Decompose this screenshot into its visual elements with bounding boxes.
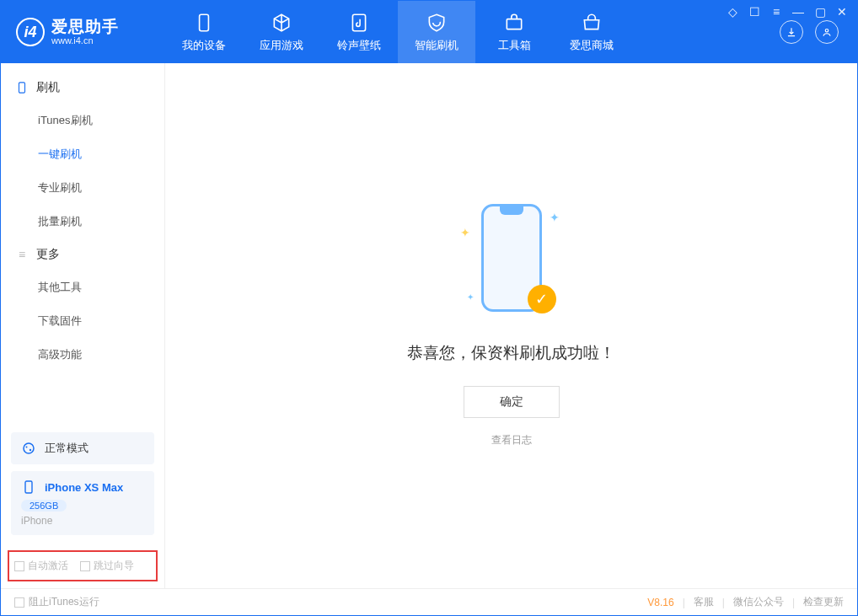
main-panel: ✓ ✦ ✦ ✦ 恭喜您，保资料刷机成功啦！ 确定 查看日志 [165,63,857,588]
sparkle-icon: ✦ [467,292,474,302]
tab-label: 应用游戏 [260,38,303,53]
svg-rect-0 [200,14,209,31]
tab-store[interactable]: 爱思商城 [553,1,630,63]
mode-card[interactable]: 正常模式 [11,432,154,464]
shirt-icon[interactable]: ◇ [726,5,739,19]
ok-button[interactable]: 确定 [464,386,560,418]
view-log-link[interactable]: 查看日志 [491,433,532,447]
sidebar-item-other-tools[interactable]: 其他工具 [1,271,164,304]
svg-point-6 [26,447,28,448]
options-row: 自动激活 跳过向导 [8,550,158,581]
wechat-link[interactable]: 微信公众号 [733,595,784,609]
sidebar-group-more: ≡ 更多 [1,238,164,271]
success-message: 恭喜您，保资料刷机成功啦！ [407,342,615,364]
group-title: 更多 [36,247,60,262]
block-itunes-checkbox[interactable]: 阻止iTunes运行 [14,595,99,609]
user-account-icon[interactable] [815,20,839,44]
refresh-shield-icon [426,12,448,34]
checkbox-icon [80,561,90,571]
app-window: ◇ ☐ ≡ ― ▢ ✕ i4 爱思助手 www.i4.cn 我的设备 应用游戏 [0,0,858,616]
window-controls: ◇ ☐ ≡ ― ▢ ✕ [726,1,857,23]
version-label: V8.16 [647,597,673,608]
store-icon [581,12,603,34]
mode-label: 正常模式 [45,441,88,456]
device-phone-icon [21,479,36,495]
svg-point-7 [29,449,31,451]
sidebar-item-download-firmware[interactable]: 下载固件 [1,304,164,338]
support-link[interactable]: 客服 [694,595,714,609]
device-name: iPhone XS Max [45,481,123,494]
device-card[interactable]: iPhone XS Max 256GB iPhone [11,471,154,535]
app-logo-icon: i4 [16,18,45,46]
sidebar-item-itunes-flash[interactable]: iTunes刷机 [1,104,164,137]
sidebar-item-pro-flash[interactable]: 专业刷机 [1,171,164,205]
checkbox-icon [14,597,24,608]
svg-point-5 [24,443,34,453]
feedback-icon[interactable]: ☐ [748,5,761,19]
device-storage: 256GB [21,500,67,512]
skip-guide-checkbox[interactable]: 跳过向导 [80,559,134,573]
device-type: iPhone [21,515,52,527]
tab-toolbox[interactable]: 工具箱 [475,1,553,63]
svg-rect-8 [25,481,32,493]
sidebar-item-batch-flash[interactable]: 批量刷机 [1,205,164,238]
device-cards: 正常模式 iPhone XS Max 256GB iPhone [1,432,164,550]
svg-rect-4 [19,83,25,93]
sidebar: 刷机 iTunes刷机 一键刷机 专业刷机 批量刷机 ≡ 更多 其他工具 下载固… [1,63,165,588]
music-file-icon [348,12,370,34]
tab-smart-flash[interactable]: 智能刷机 [398,1,475,63]
option-label: 自动激活 [28,559,68,573]
cube-icon [271,12,292,34]
check-badge-icon: ✓ [528,285,556,313]
toolbox-icon [503,12,525,34]
check-update-link[interactable]: 检查更新 [803,595,844,609]
phone-icon [16,82,28,94]
close-button[interactable]: ✕ [835,5,849,19]
sparkle-icon: ✦ [460,226,470,239]
tab-label: 爱思商城 [570,38,614,53]
tab-label: 铃声壁纸 [337,38,381,53]
tab-my-device[interactable]: 我的设备 [165,1,243,63]
tab-label: 我的设备 [182,38,226,53]
option-label: 跳过向导 [94,559,134,573]
device-icon [193,12,215,34]
group-title: 刷机 [36,80,60,95]
statusbar: 阻止iTunes运行 V8.16 | 客服 | 微信公众号 | 检查更新 [1,588,857,615]
app-title: 爱思助手 [51,19,119,36]
sparkle-icon: ✦ [550,211,560,224]
svg-point-3 [825,29,829,33]
body: 刷机 iTunes刷机 一键刷机 专业刷机 批量刷机 ≡ 更多 其他工具 下载固… [1,63,857,588]
list-icon: ≡ [16,249,28,260]
block-itunes-label: 阻止iTunes运行 [29,595,99,609]
sidebar-item-advanced[interactable]: 高级功能 [1,338,164,372]
menu-icon[interactable]: ≡ [770,5,783,19]
checkbox-icon [14,561,24,571]
maximize-button[interactable]: ▢ [813,5,827,19]
top-tabs: 我的设备 应用游戏 铃声壁纸 智能刷机 工具箱 爱思商城 [165,1,780,63]
download-manager-icon[interactable] [780,20,803,44]
success-illustration: ✓ ✦ ✦ ✦ [465,204,558,322]
sidebar-group-flash: 刷机 [1,72,164,104]
svg-rect-2 [507,19,521,29]
mode-icon [21,441,36,456]
tab-label: 工具箱 [498,38,531,53]
tab-apps-games[interactable]: 应用游戏 [243,1,320,63]
tab-label: 智能刷机 [415,38,458,53]
tab-ringtones-wallpapers[interactable]: 铃声壁纸 [320,1,398,63]
logo-area: i4 爱思助手 www.i4.cn [1,1,165,63]
sidebar-item-onekey-flash[interactable]: 一键刷机 [1,137,164,171]
svg-rect-1 [352,14,365,31]
app-subtitle: www.i4.cn [51,35,119,46]
minimize-button[interactable]: ― [791,5,805,19]
auto-activate-checkbox[interactable]: 自动激活 [14,559,68,573]
